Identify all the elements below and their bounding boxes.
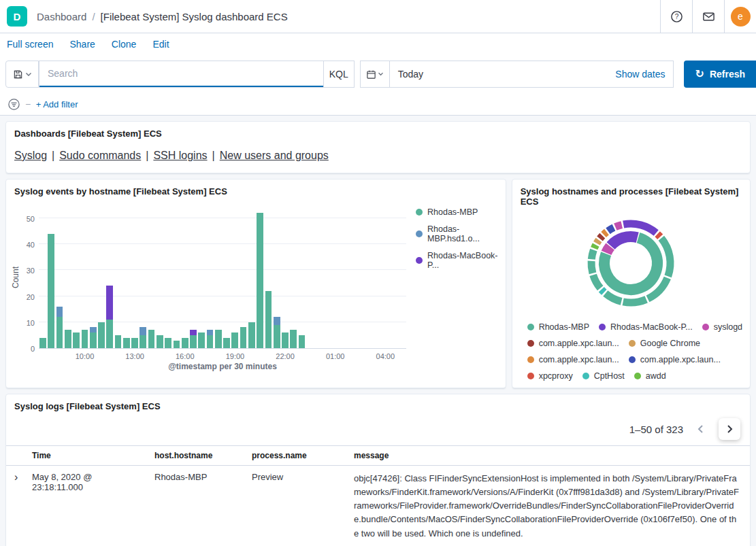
markdown-panel-title[interactable]: Dashboards [Filebeat System] ECS — [6, 122, 750, 141]
refresh-button[interactable]: ↻ Refresh — [684, 61, 756, 88]
ssh-logins-link[interactable]: SSH logins — [153, 150, 207, 161]
bar[interactable] — [90, 327, 97, 348]
bar[interactable] — [48, 234, 54, 348]
bar[interactable] — [115, 335, 122, 348]
donut-svg[interactable] — [580, 212, 682, 314]
bar[interactable] — [282, 332, 289, 348]
donut-segment[interactable] — [593, 275, 601, 288]
clone-link[interactable]: Clone — [112, 39, 137, 50]
bar[interactable] — [73, 332, 80, 348]
donut-segment[interactable] — [606, 246, 610, 252]
prev-page-button[interactable] — [690, 418, 712, 440]
edit-link[interactable]: Edit — [152, 39, 169, 50]
newsfeed-button[interactable] — [692, 0, 724, 33]
bar[interactable] — [198, 332, 205, 348]
donut-legend-item[interactable]: com.apple.xpc.laun... — [629, 355, 721, 364]
donut-legend-item[interactable]: CptHost — [582, 371, 625, 381]
donut-segment[interactable] — [604, 232, 606, 235]
donut-segment[interactable] — [595, 245, 596, 248]
new-users-groups-link[interactable]: New users and groups — [220, 150, 329, 161]
x-axis-title: @timestamp per 30 minutes — [39, 362, 406, 371]
bar[interactable] — [174, 341, 180, 348]
donut-segment[interactable] — [608, 228, 614, 231]
syslog-link[interactable]: Syslog — [14, 150, 47, 161]
bar-legend-item[interactable]: Rhodas-MacBook-P... — [416, 251, 502, 270]
kql-button[interactable]: KQL — [323, 61, 354, 87]
bar[interactable] — [106, 286, 113, 348]
logs-panel-title[interactable]: Syslog logs [Filebeat System] ECS — [6, 394, 750, 414]
donut-legend-item[interactable]: Rhodas-MBP — [527, 322, 589, 332]
bar[interactable] — [56, 307, 63, 348]
donut-segment[interactable] — [661, 238, 670, 276]
donut-segment[interactable] — [623, 299, 646, 303]
breadcrumb-dashboard-link[interactable]: Dashboard — [37, 11, 86, 22]
next-page-button[interactable] — [719, 418, 740, 440]
donut-segment[interactable] — [611, 237, 638, 245]
bar[interactable] — [182, 338, 188, 348]
events-panel-title[interactable]: Syslog events by hostname [Filebeat Syst… — [6, 180, 506, 199]
legend-label: Rhodas-MacBook-P... — [427, 251, 502, 270]
filter-options-button[interactable] — [7, 98, 20, 111]
donut-segment[interactable] — [597, 240, 599, 243]
bar[interactable] — [290, 330, 297, 348]
legend-dot — [582, 373, 589, 379]
donut-segment[interactable] — [657, 234, 660, 237]
add-filter-button[interactable]: + Add filter — [36, 99, 78, 109]
donut-legend-item[interactable]: Rhodas-MacBook-P... — [599, 322, 693, 332]
donut-legend-item[interactable]: com.apple.xpc.laun... — [527, 355, 619, 364]
refresh-icon: ↻ — [695, 69, 704, 80]
bar[interactable] — [131, 338, 138, 348]
bar[interactable] — [190, 330, 197, 348]
donut-segment[interactable] — [600, 236, 603, 239]
show-dates-button[interactable]: Show dates — [615, 69, 665, 80]
donut-legend-item[interactable]: xpcproxy — [527, 371, 573, 381]
bar[interactable] — [274, 317, 280, 348]
bar[interactable] — [299, 335, 306, 348]
donut-segment[interactable] — [602, 290, 604, 292]
share-link[interactable]: Share — [69, 39, 95, 50]
donut-segment[interactable] — [606, 293, 621, 301]
sudo-commands-link[interactable]: Sudo commands — [59, 150, 141, 161]
bar[interactable] — [82, 330, 88, 348]
bar[interactable] — [157, 335, 163, 348]
donut-segment[interactable] — [591, 261, 593, 273]
full-screen-link[interactable]: Full screen — [7, 39, 53, 50]
pagination: 1–50 of 323 — [6, 414, 750, 445]
bar[interactable] — [148, 330, 155, 348]
bar[interactable] — [231, 332, 238, 348]
bar[interactable] — [240, 327, 247, 348]
bar[interactable] — [65, 330, 71, 348]
donut-legend-item[interactable]: awdd — [634, 371, 666, 381]
donut-segment[interactable] — [592, 250, 594, 260]
bar[interactable] — [165, 338, 171, 348]
legend-dot — [702, 324, 709, 330]
search-input[interactable] — [39, 61, 323, 87]
saved-query-button[interactable] — [5, 61, 39, 88]
bar[interactable] — [257, 213, 263, 348]
donut-legend-item[interactable]: Google Chrome — [629, 339, 700, 348]
bar[interactable] — [248, 322, 255, 348]
date-value[interactable]: Today — [398, 69, 423, 80]
space-avatar[interactable]: D — [7, 6, 27, 27]
donut-legend-item[interactable]: syslogd — [702, 322, 742, 332]
bar[interactable] — [123, 338, 130, 348]
donut-legend-item[interactable]: com.apple.xpc.laun... — [527, 339, 619, 348]
bar-plot[interactable] — [39, 206, 406, 349]
donut-segment[interactable] — [616, 225, 622, 227]
legend-label: CptHost — [594, 371, 625, 381]
bar[interactable] — [223, 338, 230, 348]
bar[interactable] — [98, 322, 105, 348]
bar-legend-item[interactable]: Rhodas-MBP — [416, 207, 502, 217]
bar[interactable] — [39, 338, 46, 348]
user-menu-button[interactable]: e — [724, 0, 756, 33]
help-button[interactable]: ? — [660, 0, 692, 33]
bar[interactable] — [139, 327, 146, 348]
date-picker-group: Today Show dates — [360, 61, 674, 88]
bar-legend-item[interactable]: Rhodas-MBP.hsd1.o... — [416, 224, 502, 243]
bar[interactable] — [207, 330, 214, 348]
bar[interactable] — [265, 291, 272, 348]
processes-panel-title[interactable]: Syslog hostnames and processes [Filebeat… — [512, 180, 750, 209]
bar[interactable] — [215, 330, 222, 348]
expand-row-icon[interactable]: › — [12, 472, 18, 483]
date-quick-select-button[interactable] — [360, 61, 390, 88]
